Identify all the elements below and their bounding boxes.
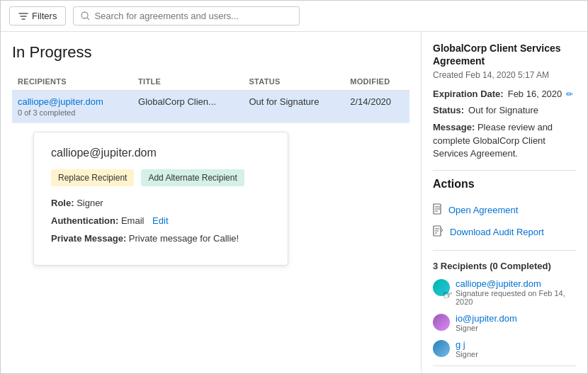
section-title: In Progress (12, 43, 409, 62)
status-label: Status: (433, 105, 464, 115)
agreements-table: Recipients Title Status Modified calliop… (12, 73, 409, 123)
open-agreement-action[interactable]: Open Agreement (433, 199, 576, 221)
recipient-name-1: calliope@jupiter.dom (456, 278, 576, 289)
message-value: Private message for Callie! (129, 233, 239, 244)
col-recipients: Recipients (12, 73, 132, 91)
col-title: Title (132, 73, 243, 91)
divider-2 (433, 250, 576, 251)
audit-icon (433, 225, 444, 239)
detail-created-date: Created Feb 14, 2020 5:17 AM (433, 70, 576, 80)
recipient-name-2: io@jupiter.dom (456, 313, 517, 324)
cursor-indicator: ☞ (443, 288, 453, 302)
right-panel: GlobalCorp Client Services Agreement Cre… (422, 32, 587, 373)
role-value: Signer (77, 198, 103, 208)
expiration-value: Feb 16, 2020 (508, 89, 562, 99)
detail-status-row: Status: Out for Signature (433, 105, 576, 115)
main-layout: In Progress Recipients Title Status Modi… (1, 32, 587, 373)
recipient-popup-card: calliope@jupiter.dom Replace Recipient A… (33, 132, 288, 266)
popup-message-field: Private Message: Private message for Cal… (51, 233, 271, 244)
search-input[interactable] (94, 11, 292, 21)
download-audit-action[interactable]: Download Audit Report (433, 221, 576, 243)
message-label: Message: (433, 122, 475, 132)
expiration-label: Expiration Date: (433, 89, 504, 99)
open-agreement-label: Open Agreement (448, 205, 518, 215)
search-icon (81, 11, 90, 21)
popup-auth-field: Authentication: Email Edit (51, 215, 271, 226)
detail-message: Message: Please review and complete Glob… (433, 121, 576, 160)
avatar-2 (433, 314, 450, 331)
recipient-item-1: ☞ calliope@jupiter.dom Signature request… (433, 278, 576, 306)
filter-button[interactable]: Filters (9, 6, 66, 26)
document-icon (433, 203, 443, 217)
filter-icon (18, 11, 28, 21)
download-audit-label: Download Audit Report (450, 227, 544, 237)
recipient-role-3: Signer (456, 350, 478, 358)
auth-edit-link[interactable]: Edit (152, 215, 168, 226)
role-label: Role: (51, 198, 74, 208)
actions-title: Actions (433, 178, 576, 191)
left-panel: In Progress Recipients Title Status Modi… (1, 32, 422, 373)
table-header-row: Recipients Title Status Modified (12, 73, 409, 91)
recipient-role-2: Signer (456, 324, 517, 332)
add-alternate-button[interactable]: Add Alternate Recipient (141, 169, 244, 186)
cell-status: Out for Signature (243, 91, 344, 123)
avatar-3 (433, 340, 450, 357)
status-value: Out for Signature (468, 105, 538, 115)
replace-recipient-button[interactable]: Replace Recipient (51, 169, 134, 186)
popup-actions: Replace Recipient Add Alternate Recipien… (51, 169, 271, 186)
recipient-info-2: io@jupiter.dom Signer (456, 313, 517, 332)
table-row[interactable]: calliope@jupiter.dom 0 of 3 completed Gl… (12, 91, 409, 123)
activity-section[interactable]: ❯ Activity (433, 366, 576, 373)
recipient-item-2: io@jupiter.dom Signer (433, 313, 576, 332)
popup-email: calliope@jupiter.dom (51, 147, 271, 159)
recipient-info-1: calliope@jupiter.dom Signature requested… (456, 278, 576, 306)
filter-label: Filters (32, 11, 57, 21)
cell-title: GlobalCorp Clien... (132, 91, 243, 123)
search-box (73, 6, 300, 26)
auth-value: Email (121, 215, 145, 226)
recipient-info-3: g j Signer (456, 339, 478, 358)
auth-label: Authentication: (51, 215, 118, 226)
detail-agreement-title: GlobalCorp Client Services Agreement (433, 42, 576, 67)
recipient-name: calliope@jupiter.dom (18, 96, 127, 107)
recipient-count: 0 of 3 completed (18, 108, 127, 117)
recipient-name-3: g j (456, 339, 478, 350)
recipient-sig-1: Signature requested on Feb 14, 2020 (456, 289, 576, 306)
message-label: Private Message: (51, 233, 126, 244)
toolbar: Filters (1, 1, 587, 32)
popup-role-field: Role: Signer (51, 198, 271, 208)
col-status: Status (243, 73, 344, 91)
recipient-item-3: g j Signer (433, 339, 576, 358)
cell-modified: 2/14/2020 (344, 91, 409, 123)
recipients-count-title: 3 Recipients (0 Completed) (433, 261, 576, 271)
divider-1 (433, 170, 576, 171)
cell-recipient: calliope@jupiter.dom 0 of 3 completed (12, 91, 132, 123)
detail-expiration-row: Expiration Date: Feb 16, 2020 ✏ (433, 89, 576, 99)
edit-expiration-icon[interactable]: ✏ (566, 89, 573, 99)
col-modified: Modified (344, 73, 409, 91)
